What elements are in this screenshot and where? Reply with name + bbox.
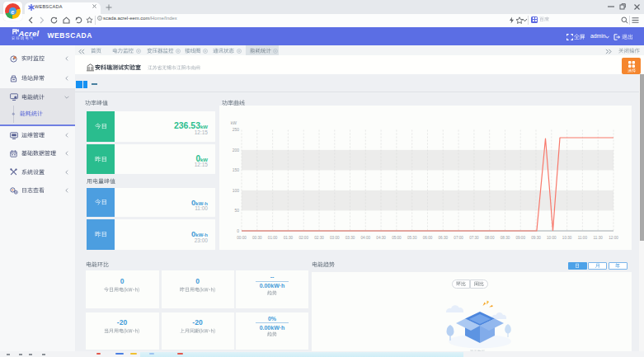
svg-text:00:00: 00:00 <box>237 236 247 240</box>
svg-text:02:00: 02:00 <box>298 236 308 240</box>
svg-text:09:30: 09:30 <box>531 236 541 240</box>
svg-text:07:30: 07:30 <box>469 236 479 240</box>
svg-text:0: 0 <box>237 228 239 233</box>
svg-text:05:00: 05:00 <box>392 236 402 240</box>
svg-text:01:00: 01:00 <box>268 236 278 240</box>
svg-text:06:30: 06:30 <box>439 236 449 240</box>
svg-text:02:30: 02:30 <box>314 236 324 240</box>
svg-text:07:00: 07:00 <box>454 236 463 240</box>
svg-text:09:00: 09:00 <box>515 236 525 240</box>
svg-text:150: 150 <box>233 167 240 172</box>
svg-text:50: 50 <box>234 208 239 213</box>
svg-text:11:30: 11:30 <box>594 236 604 240</box>
svg-text:11:00: 11:00 <box>578 236 588 240</box>
svg-text:250: 250 <box>233 127 240 132</box>
svg-text:12:00: 12:00 <box>609 236 618 240</box>
svg-text:04:00: 04:00 <box>361 236 371 240</box>
svg-text:04:30: 04:30 <box>376 236 386 240</box>
svg-text:06:00: 06:00 <box>423 236 433 240</box>
svg-text:200: 200 <box>233 148 240 153</box>
svg-text:08:00: 08:00 <box>485 236 495 240</box>
svg-text:10:30: 10:30 <box>562 236 572 240</box>
svg-text:kW: kW <box>231 120 237 125</box>
svg-text:05:30: 05:30 <box>407 236 417 240</box>
svg-text:10:00: 10:00 <box>547 236 557 240</box>
svg-text:01:30: 01:30 <box>284 236 294 240</box>
svg-text:03:00: 03:00 <box>330 236 340 240</box>
svg-text:00:30: 00:30 <box>252 236 262 240</box>
svg-text:08:30: 08:30 <box>501 236 510 240</box>
svg-text:100: 100 <box>233 188 240 193</box>
svg-text:03:30: 03:30 <box>346 236 355 240</box>
